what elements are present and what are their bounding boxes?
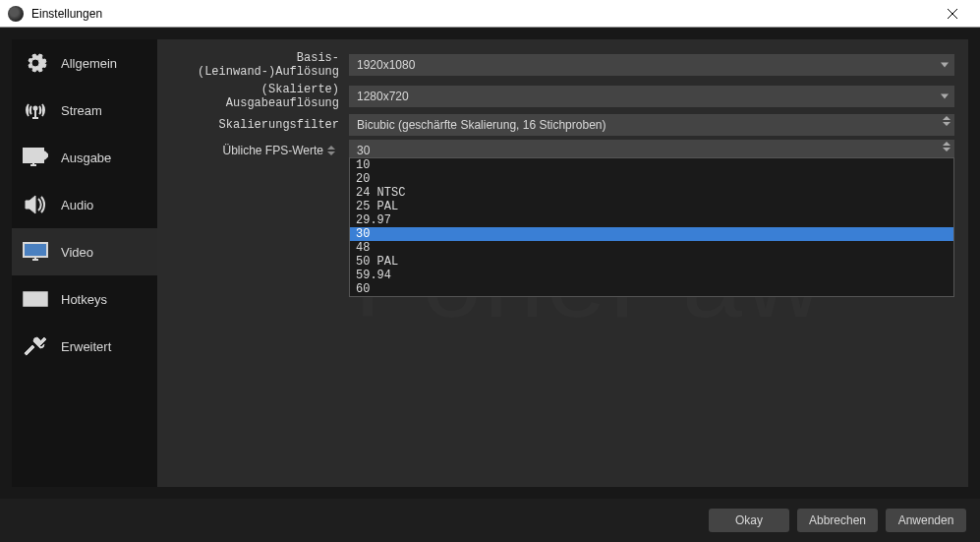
sidebar-item-label: Audio	[61, 198, 93, 212]
svg-point-2	[34, 107, 37, 110]
ok-button[interactable]: Okay	[709, 509, 789, 532]
fps-option[interactable]: 48	[350, 241, 953, 255]
row-downscale-filter: Skalierungsfilter Bicubic (geschärfte Sk…	[171, 114, 954, 136]
sidebar-item-stream[interactable]: Stream	[12, 87, 157, 134]
footer: Okay Abbrechen Anwenden	[0, 499, 980, 542]
fps-type-spinner[interactable]	[327, 142, 339, 159]
fps-option[interactable]: 29.97	[350, 213, 953, 227]
sidebar-item-label: Stream	[61, 103, 102, 118]
svg-rect-5	[24, 292, 47, 306]
value-output-resolution: 1280x720	[357, 90, 409, 103]
sidebar-item-label: Video	[61, 245, 93, 260]
chevron-down-icon	[941, 94, 949, 99]
fps-option[interactable]: 59.94	[350, 269, 953, 282]
sidebar-item-general[interactable]: Allgemein	[12, 39, 157, 87]
fps-option[interactable]: 30	[350, 227, 953, 241]
label-base-resolution: Basis-(Leinwand-)Auflösung	[171, 51, 343, 79]
gear-icon	[22, 51, 49, 75]
titlebar: Einstellungen	[0, 0, 980, 28]
updown-icon	[943, 142, 951, 151]
sidebar-item-hotkeys[interactable]: Hotkeys	[12, 275, 157, 323]
fps-option[interactable]: 10	[350, 158, 953, 172]
select-base-resolution[interactable]: 1920x1080	[349, 54, 954, 76]
label-output-resolution: (Skalierte) Ausgabeauflösung	[171, 83, 343, 110]
value-base-resolution: 1920x1080	[357, 58, 415, 72]
row-output-resolution: (Skalierte) Ausgabeauflösung 1280x720	[171, 83, 954, 110]
fps-option[interactable]: 60	[350, 282, 953, 296]
row-base-resolution: Basis-(Leinwand-)Auflösung 1920x1080	[171, 51, 954, 79]
updown-icon	[943, 116, 951, 126]
sidebar-item-advanced[interactable]: Erweitert	[12, 323, 157, 370]
sidebar: Allgemein Stream Ausgabe Audio Video	[12, 39, 157, 487]
label-fps: Übliche FPS-Werte	[171, 142, 343, 159]
sidebar-item-label: Allgemein	[61, 56, 117, 71]
value-fps: 30	[357, 144, 370, 157]
chevron-down-icon	[941, 63, 949, 68]
sidebar-item-video[interactable]: Video	[12, 228, 157, 275]
label-downscale-filter: Skalierungsfilter	[171, 118, 343, 132]
sidebar-item-label: Ausgabe	[61, 151, 111, 165]
fps-option[interactable]: 50 PAL	[350, 255, 953, 269]
sidebar-item-label: Hotkeys	[61, 292, 107, 307]
keyboard-icon	[22, 287, 49, 311]
sidebar-item-output[interactable]: Ausgabe	[12, 134, 157, 181]
apply-button[interactable]: Anwenden	[886, 509, 966, 532]
fps-option[interactable]: 20	[350, 172, 953, 186]
monitor-icon	[22, 240, 49, 264]
fps-option[interactable]: 25 PAL	[350, 200, 953, 213]
fps-dropdown[interactable]: 102024 NTSC25 PAL29.97304850 PAL59.9460	[349, 157, 954, 297]
cancel-button[interactable]: Abbrechen	[797, 509, 878, 532]
tools-icon	[22, 334, 49, 358]
output-icon	[22, 146, 49, 169]
select-output-resolution[interactable]: 1280x720	[349, 86, 954, 107]
value-downscale-filter: Bicubic (geschärfte Skalierung, 16 Stich…	[357, 118, 605, 132]
svg-rect-4	[24, 243, 47, 257]
antenna-icon	[22, 98, 49, 122]
speaker-icon	[22, 193, 49, 216]
content-area: Allgemein Stream Ausgabe Audio Video	[0, 28, 980, 499]
select-downscale-filter[interactable]: Bicubic (geschärfte Skalierung, 16 Stich…	[349, 114, 954, 136]
main-panel: FonePaw Basis-(Leinwand-)Auflösung 1920x…	[157, 39, 968, 487]
close-icon	[948, 9, 957, 19]
close-button[interactable]	[933, 0, 972, 28]
sidebar-item-audio[interactable]: Audio	[12, 181, 157, 228]
sidebar-item-label: Erweitert	[61, 339, 111, 354]
app-icon	[8, 6, 24, 22]
window-title: Einstellungen	[31, 7, 933, 21]
fps-option[interactable]: 24 NTSC	[350, 186, 953, 200]
label-fps-text: Übliche FPS-Werte	[223, 144, 323, 157]
